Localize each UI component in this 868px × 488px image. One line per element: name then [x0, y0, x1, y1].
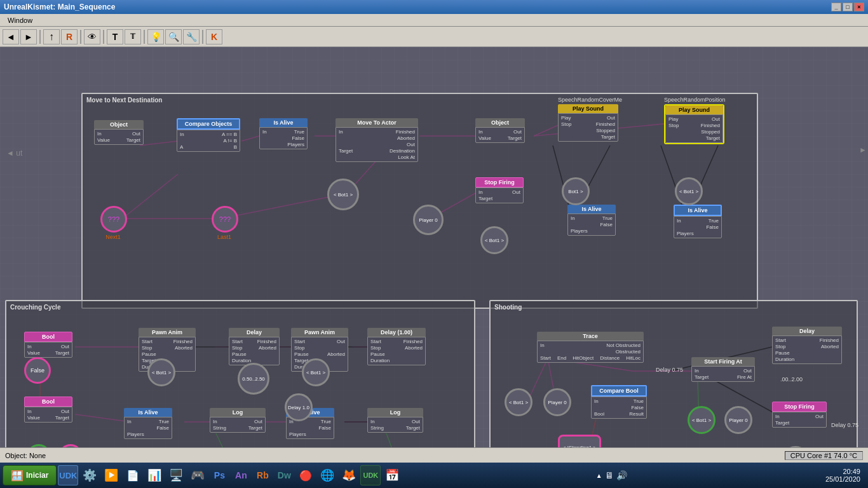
- log-node-1[interactable]: Log InOut StringTarget: [210, 408, 266, 433]
- object-node-1[interactable]: Object InOut ValueTarget: [94, 120, 144, 145]
- close-button[interactable]: ×: [854, 3, 864, 11]
- sys-arrow[interactable]: ▲: [596, 472, 602, 479]
- toolbar-text1[interactable]: T: [107, 29, 123, 44]
- taskbar-excel-icon[interactable]: 📊: [144, 465, 165, 485]
- circle-player0-s2: Player 0: [724, 406, 752, 434]
- delay-shooting-node-1[interactable]: Delay StartFinished StopAborted Pause Du…: [772, 327, 842, 364]
- taskbar-calendar-icon[interactable]: 📅: [382, 465, 402, 485]
- start-firing-node[interactable]: Start Firing At InOut TargetFire At: [691, 357, 755, 382]
- play-sound-node-1[interactable]: Play Sound PlayOut StopFinished Stopped …: [558, 104, 618, 142]
- toolbar-back[interactable]: ◄: [3, 29, 19, 44]
- next1-label: Next1: [94, 234, 132, 240]
- is-alive-node-3[interactable]: Is Alive InTrue False Players: [674, 205, 722, 238]
- bool-node-1[interactable]: Bool InOut ValueTarget: [24, 332, 72, 358]
- canvas-area[interactable]: Move to Next Destination Object InOut Va…: [0, 47, 868, 447]
- circle-player0-1-text: Player 0: [419, 217, 437, 223]
- play-sound-node-2[interactable]: Play Sound PlayOut StopFinished Stopped …: [664, 104, 724, 144]
- taskbar-dw-icon[interactable]: Dw: [274, 465, 294, 485]
- minimize-button[interactable]: _: [831, 3, 841, 11]
- maximize-button[interactable]: □: [843, 3, 853, 11]
- delay-1-body: StartFinished StopAborted Pause Duration: [229, 337, 280, 365]
- compare-objects-node[interactable]: Compare Objects InA == B A != B AB: [177, 118, 240, 152]
- taskbar-pdf-icon[interactable]: 📄: [123, 465, 143, 485]
- log-1-body: InOut StringTarget: [210, 417, 266, 433]
- delay-s1-header: Delay: [772, 327, 842, 336]
- toolbar-bulb[interactable]: 💡: [147, 29, 164, 44]
- play-sound-1-header: Play Sound: [558, 104, 618, 113]
- toolbar-sep4: [144, 30, 145, 44]
- log-2-body: InOut StringTarget: [367, 417, 423, 433]
- taskbar-firefox-icon[interactable]: 🦊: [339, 465, 359, 485]
- seq3-label: Shooting: [494, 304, 522, 311]
- toolbar-r[interactable]: R: [61, 29, 78, 44]
- taskbar-ai-icon[interactable]: Rb: [252, 465, 273, 485]
- bool-node-2[interactable]: Bool InOut ValueTarget: [24, 396, 72, 423]
- circle-bot1-2-text: < Bot1 >: [485, 238, 504, 243]
- clock-time: 20:49: [825, 468, 860, 475]
- delay-002-label: .00..2.00: [780, 376, 803, 383]
- is-alive-node-2[interactable]: Is Alive InTrue False Players: [567, 205, 616, 236]
- taskbar-games-icon[interactable]: 🎮: [187, 465, 208, 485]
- move-to-actor-node[interactable]: Move To Actor InFinished Aborted Out Tar…: [336, 118, 418, 162]
- taskbar-udk-icon[interactable]: UDK: [58, 465, 78, 485]
- sys-volume[interactable]: 🔊: [616, 470, 627, 480]
- toolbar-eye[interactable]: 👁: [84, 29, 100, 44]
- compare-objects-body: InA == B A != B AB: [177, 130, 240, 152]
- compare-bool-header: Compare Bool: [591, 385, 647, 396]
- seq1-label: Move to Next Destination: [86, 97, 162, 104]
- menu-window[interactable]: Window: [3, 14, 37, 26]
- start-firing-header: Start Firing At: [691, 357, 755, 366]
- delay-075-2-label: Delay 0.75: [831, 422, 858, 428]
- taskbar-fz-icon[interactable]: 🔴: [295, 465, 316, 485]
- taskbar-browser2-icon[interactable]: 🖥️: [166, 465, 186, 485]
- is-alive-node-4[interactable]: Is Alive InTrue False Players: [124, 408, 172, 439]
- is-alive-1-body: InTrue False Players: [259, 127, 308, 149]
- object-node-2[interactable]: Object InOut ValueTarget: [475, 118, 525, 143]
- circle-0502-text: 0.50..2.50: [242, 376, 265, 382]
- stop-firing-node-2[interactable]: Stop Firing InOut Target: [772, 402, 827, 428]
- taskbar-photoshop-icon[interactable]: Ps: [209, 465, 229, 485]
- delay-075-label: Delay 0.75: [656, 367, 683, 373]
- titlebar-title: UnrealKismet: Main_Sequence: [4, 3, 115, 11]
- toolbar-k[interactable]: K: [206, 29, 222, 44]
- is-alive-3-header: Is Alive: [674, 205, 722, 216]
- taskbar-media-icon[interactable]: ▶️: [101, 465, 121, 485]
- taskbar: 🪟 Iniciar UDK ⚙️ ▶️ 📄 📊 🖥️ 🎮 Ps An Rb Dw…: [0, 463, 868, 488]
- compare-bool-node[interactable]: Compare Bool InTrue False BoolResult: [591, 385, 647, 419]
- status-text: Object: None: [5, 452, 46, 459]
- is-alive-node-1[interactable]: Is Alive InTrue False Players: [259, 118, 308, 149]
- toolbar-text2[interactable]: 𝕋: [125, 29, 141, 44]
- object-node-1-body: InOut ValueTarget: [94, 129, 144, 145]
- titlebar-buttons: _ □ ×: [831, 3, 864, 11]
- delay-node-2[interactable]: Delay (1.00) StartFinished StopAborted P…: [367, 328, 426, 365]
- circle-bot1-s1: < Bot1 >: [505, 388, 532, 416]
- toolbar-sep2: [80, 30, 81, 44]
- start-button[interactable]: 🪟 Iniciar: [3, 465, 57, 485]
- is-alive-1-header: Is Alive: [259, 118, 308, 127]
- delay-2-header: Delay (1.00): [367, 328, 426, 337]
- taskbar-chrome-icon[interactable]: 🌐: [317, 465, 337, 485]
- circle-bot1-6: < Bot1 >: [302, 358, 330, 386]
- udk2-logo: UDK: [363, 471, 378, 479]
- circle-qqq-2-text: ???: [219, 215, 231, 223]
- delay-node-1[interactable]: Delay StartFinished StopAborted Pause Du…: [229, 328, 280, 365]
- taskbar-udk2-icon[interactable]: UDK: [360, 465, 381, 485]
- toolbar-settings[interactable]: 🔧: [183, 29, 200, 44]
- delay-1-header: Delay: [229, 328, 280, 337]
- toolbar-sep3: [103, 30, 104, 44]
- toolbar-up[interactable]: ↑: [43, 29, 60, 44]
- stop-firing-2-header: Stop Firing: [772, 402, 827, 412]
- bool-1-body: InOut ValueTarget: [24, 342, 72, 358]
- stop-firing-1-body: InOut Target: [475, 187, 524, 203]
- stop-firing-node-1[interactable]: Stop Firing InOut Target: [475, 177, 524, 203]
- trace-node[interactable]: Trace InNot Obstructed Obstructed StartE…: [537, 332, 644, 363]
- bool-1-header: Bool: [24, 332, 72, 342]
- statusbar: Object: None CPU Core #1 74.0 °C: [0, 447, 868, 463]
- object-node-2-body: InOut ValueTarget: [475, 127, 525, 143]
- taskbar-ae-icon[interactable]: An: [231, 465, 251, 485]
- taskbar-settings-icon[interactable]: ⚙️: [79, 465, 100, 485]
- play-sound-container-2: SpeechRandomPosition Play Sound PlayOut …: [664, 97, 726, 144]
- toolbar-forward[interactable]: ►: [20, 29, 37, 44]
- toolbar-search[interactable]: 🔍: [165, 29, 182, 44]
- log-node-2[interactable]: Log InOut StringTarget: [367, 408, 423, 433]
